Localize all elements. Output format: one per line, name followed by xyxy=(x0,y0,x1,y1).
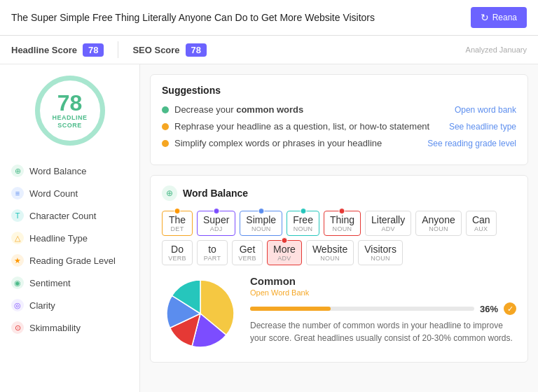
word-text-5: Literally xyxy=(371,214,405,225)
word-chip-1: Super ADJ xyxy=(197,211,235,236)
nav-icon-headline-type: △ xyxy=(11,232,24,244)
word-dot-11 xyxy=(281,237,287,244)
word-chip-3: Free NOUN xyxy=(287,211,319,236)
analyzed-text: Analyzed January xyxy=(466,46,527,54)
word-pos-4: NOUN xyxy=(333,225,352,232)
suggestion-dot-0 xyxy=(162,106,169,113)
suggestion-dot-1 xyxy=(162,123,169,130)
suggestions-card: Suggestions Decrease your common words O… xyxy=(150,74,528,165)
open-word-bank[interactable]: Open word bank xyxy=(455,105,516,115)
word-pos-1: ADJ xyxy=(210,225,223,232)
suggestions-title: Suggestions xyxy=(162,85,516,96)
word-chip-8: Do VERB xyxy=(162,240,193,265)
pie-section: Common Open Word Bank 36% ✓ Decrease the… xyxy=(162,275,516,352)
word-text-12: Website xyxy=(312,244,347,255)
sidebar-item-clarity[interactable]: ◎ Clarity xyxy=(0,294,139,316)
word-pos-12: NOUN xyxy=(320,255,340,262)
word-chip-9: to PART xyxy=(197,240,228,265)
score-circle-wrap: 78 HEADLINESCORE xyxy=(0,76,139,146)
word-text-13: Visitors xyxy=(364,244,396,255)
sidebar-item-skimmability[interactable]: ⊙ Skimmability xyxy=(0,316,139,339)
word-dot-0 xyxy=(174,208,181,214)
progress-percentage: 36% xyxy=(480,304,498,314)
word-pos-9: PART xyxy=(204,255,221,262)
words-grid: The DET Super ADJ Simple NOUN Free NOUN … xyxy=(162,211,516,265)
word-dot-1 xyxy=(213,208,219,214)
word-text-2: Simple xyxy=(246,214,276,225)
word-chip-13: Visitors NOUN xyxy=(358,240,403,265)
word-text-9: to xyxy=(208,244,216,255)
see-headline-type[interactable]: See headline type xyxy=(449,122,516,132)
nav-icon-word-balance: ⊕ xyxy=(11,164,24,177)
word-text-1: Super xyxy=(203,214,229,225)
score-divider xyxy=(118,41,118,58)
suggestion-text-0: Decrease your common words xyxy=(174,104,303,115)
suggestion-left-2: Simplify complex words or phrases in you… xyxy=(162,138,382,148)
top-bar: The Super Simple Free Thing Literally An… xyxy=(0,0,538,36)
word-pos-5: ADV xyxy=(381,225,394,232)
word-dot-3 xyxy=(300,208,306,214)
word-pos-8: VERB xyxy=(168,255,186,262)
word-pos-13: NOUN xyxy=(371,255,390,262)
seo-score-label: SEO Score xyxy=(132,45,179,55)
sidebar-item-word-balance[interactable]: ⊕ Word Balance xyxy=(0,160,139,182)
suggestion-left-0: Decrease your common words xyxy=(162,104,303,115)
suggestion-dot-2 xyxy=(162,140,169,147)
progress-bar-fill xyxy=(250,307,331,311)
nav-label-character-count: Character Count xyxy=(29,211,96,221)
reanalyze-button[interactable]: ↻ Reana xyxy=(471,7,527,28)
suggestion-text-1: Rephrase your headline as a question, li… xyxy=(174,121,429,132)
common-label: Common xyxy=(250,275,516,287)
word-balance-icon: ⊕ xyxy=(162,186,177,201)
sidebar-item-word-count[interactable]: ≡ Word Count xyxy=(0,182,139,204)
word-text-7: Can xyxy=(472,214,490,225)
word-text-10: Get xyxy=(240,244,256,255)
word-chip-4: Thing NOUN xyxy=(324,211,361,236)
nav-label-skimmability: Skimmability xyxy=(29,323,81,333)
nav-icon-skimmability: ⊙ xyxy=(11,321,24,334)
word-pos-3: NOUN xyxy=(294,225,313,232)
see-reading-grade[interactable]: See reading grade level xyxy=(427,139,516,148)
pie-description: Decrease the number of common words in y… xyxy=(250,319,516,344)
word-chip-7: Can AUX xyxy=(466,211,497,236)
nav-label-reading-grade: Reading Grade Level xyxy=(29,255,116,266)
main-content: Suggestions Decrease your common words O… xyxy=(140,64,538,392)
word-text-4: Thing xyxy=(330,214,354,225)
pie-info: Common Open Word Bank 36% ✓ Decrease the… xyxy=(250,275,516,344)
headline-score-label: Headline Score xyxy=(11,45,77,55)
suggestion-left-1: Rephrase your headline as a question, li… xyxy=(162,121,429,132)
sidebar-item-sentiment[interactable]: ◉ Sentiment xyxy=(0,272,139,294)
headline-score-badge: 78 xyxy=(83,43,104,57)
nav-icon-reading-grade: ★ xyxy=(11,254,24,267)
word-text-0: The xyxy=(169,214,186,225)
word-pos-10: VERB xyxy=(238,255,256,262)
word-pos-2: NOUN xyxy=(251,225,271,232)
nav-icon-word-count: ≡ xyxy=(11,187,24,200)
nav-items-container: ⊕ Word Balance ≡ Word Count T Character … xyxy=(0,160,139,339)
nav-label-word-count: Word Count xyxy=(29,188,78,199)
sidebar-item-character-count[interactable]: T Character Count xyxy=(0,204,139,227)
open-word-bank-link[interactable]: Open Word Bank xyxy=(250,288,516,297)
word-dot-4 xyxy=(339,208,345,214)
circle-score-label: HEADLINESCORE xyxy=(52,114,87,130)
sidebar-item-headline-type[interactable]: △ Headline Type xyxy=(0,227,139,249)
word-pos-11: ADV xyxy=(277,255,291,262)
word-balance-header: ⊕ Word Balance xyxy=(162,186,516,201)
word-chip-10: Get VERB xyxy=(232,240,263,265)
word-pos-0: DET xyxy=(171,225,184,232)
nav-label-word-balance: Word Balance xyxy=(29,166,86,176)
refresh-icon: ↻ xyxy=(481,12,489,23)
suggestions-list: Decrease your common words Open word ban… xyxy=(162,104,516,148)
suggestion-row-1: Rephrase your headline as a question, li… xyxy=(162,121,516,132)
suggestion-text-2: Simplify complex words or phrases in you… xyxy=(174,138,382,148)
circle-score-number: 78 xyxy=(52,92,87,114)
word-pos-6: NOUN xyxy=(429,225,448,232)
word-balance-title: Word Balance xyxy=(183,188,248,199)
suggestion-row-0: Decrease your common words Open word ban… xyxy=(162,104,516,115)
suggestion-row-2: Simplify complex words or phrases in you… xyxy=(162,138,516,148)
word-chip-6: Anyone NOUN xyxy=(415,211,461,236)
nav-label-sentiment: Sentiment xyxy=(29,278,71,288)
sidebar-item-reading-grade[interactable]: ★ Reading Grade Level xyxy=(0,249,139,272)
page-title: The Super Simple Free Thing Literally An… xyxy=(11,12,471,23)
nav-icon-clarity: ◎ xyxy=(11,299,24,312)
